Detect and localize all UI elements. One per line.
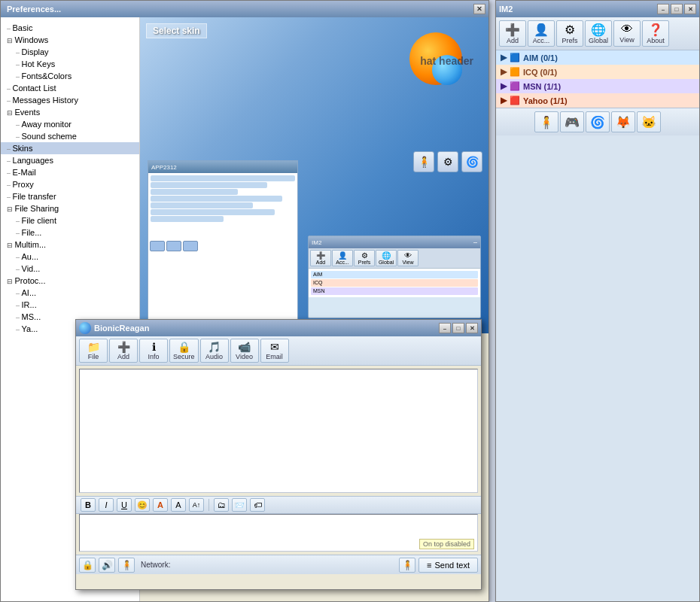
tree-item-fileclient[interactable]: File client bbox=[1, 214, 139, 227]
fmt-extra-btn-1[interactable]: 🗂 bbox=[214, 498, 229, 512]
chat-format-bar: B I U 😊 A A A↑ 🗂 📨 🏷 bbox=[76, 496, 481, 514]
prefs-icon: ⚙ bbox=[565, 23, 575, 37]
skin-sel-btn-person[interactable]: 🧍 bbox=[413, 151, 434, 172]
prefs-close-button[interactable]: ✕ bbox=[473, 4, 485, 14]
tree-item-filetransfer[interactable]: File transfer bbox=[1, 190, 139, 202]
chat-status-btn-1[interactable]: 🔒 bbox=[79, 558, 96, 573]
chat-message-area[interactable] bbox=[79, 369, 478, 493]
im2-maximize-button[interactable]: □ bbox=[671, 4, 683, 14]
tree-item-display[interactable]: Display bbox=[1, 46, 139, 58]
fmt-fontcolor-button[interactable]: A bbox=[153, 498, 168, 512]
skin-sel-btn-star[interactable]: ⚙ bbox=[437, 151, 458, 172]
chat-maximize-button[interactable]: □ bbox=[452, 323, 464, 333]
chat-input-field[interactable] bbox=[80, 515, 477, 551]
chat-logo-icon bbox=[79, 322, 91, 334]
tree-item-irc[interactable]: IR... bbox=[1, 299, 139, 311]
info-icon: ℹ bbox=[152, 341, 156, 353]
contact-group-msn[interactable]: ▶ 🟪 MSN (1/1) bbox=[496, 79, 699, 93]
tree-item-windows[interactable]: Windows bbox=[1, 34, 139, 46]
tree-item-fontscolors[interactable]: Fonts&Colors bbox=[1, 70, 139, 82]
chat-btn-file[interactable]: 📁 File bbox=[79, 339, 108, 363]
tree-item-awaymonitor[interactable]: Away monitor bbox=[1, 118, 139, 130]
im2-bottom-btn-3[interactable]: 🌀 bbox=[586, 111, 610, 132]
tree-item-languages[interactable]: Languages bbox=[1, 154, 139, 166]
aim-expand-icon: ▶ bbox=[501, 53, 507, 62]
view-label: View bbox=[619, 36, 634, 44]
send-icon: ≡ bbox=[427, 561, 431, 570]
icq-expand-icon: ▶ bbox=[501, 67, 507, 77]
chat-close-button[interactable]: ✕ bbox=[466, 323, 478, 333]
fmt-bold-button[interactable]: B bbox=[81, 498, 96, 512]
contact-group-yahoo[interactable]: ▶ 🟥 Yahoo (1/1) bbox=[496, 93, 699, 108]
chat-titlebar: BionicReagan – □ ✕ bbox=[76, 320, 481, 336]
im2-bottom-btn-5[interactable]: 🐱 bbox=[637, 111, 661, 132]
chat-btn-video[interactable]: 📹 Video bbox=[230, 339, 259, 363]
im2-btn-about[interactable]: ❓ About bbox=[642, 20, 669, 47]
im2-minimize-button[interactable]: – bbox=[657, 4, 669, 14]
fmt-underline-button[interactable]: U bbox=[117, 498, 132, 512]
im2-bottom-btn-4[interactable]: 🦊 bbox=[611, 111, 635, 132]
tree-item-hotkeys[interactable]: Hot Keys bbox=[1, 58, 139, 70]
skin-screenshot-preview: APP2312 bbox=[148, 160, 298, 326]
tree-item-events[interactable]: Events bbox=[1, 106, 139, 118]
chat-minimize-button[interactable]: – bbox=[439, 323, 451, 333]
chat-btn-email[interactable]: ✉ Email bbox=[260, 339, 289, 363]
icq-label: ICQ (0/1) bbox=[523, 68, 557, 77]
im2-btn-view[interactable]: 👁 View bbox=[613, 20, 641, 47]
tree-item-skins[interactable]: Skins bbox=[1, 142, 139, 154]
chat-network-label: Network: bbox=[138, 561, 396, 569]
tree-item-protocol[interactable]: Protoc... bbox=[1, 275, 139, 287]
tree-item-contactlist[interactable]: Contact List bbox=[1, 82, 139, 94]
tree-item-soundscheme[interactable]: Sound scheme bbox=[1, 130, 139, 142]
fmt-extra-btn-3[interactable]: 🏷 bbox=[250, 498, 265, 512]
skin-im2-btn-global: 🌐 Global bbox=[376, 250, 397, 266]
fmt-emoji-button[interactable]: 😊 bbox=[135, 498, 150, 512]
send-text-button[interactable]: ≡ Send text bbox=[418, 558, 478, 573]
file-icon: 📁 bbox=[87, 341, 100, 353]
im2-titlebar: IM2 – □ ✕ bbox=[496, 1, 699, 17]
chat-btn-add[interactable]: ➕ Add bbox=[109, 339, 138, 363]
tree-item-proxy[interactable]: Proxy bbox=[1, 178, 139, 190]
tree-item-audio[interactable]: Au... bbox=[1, 251, 139, 263]
im2-btn-acc[interactable]: 👤 Acc... bbox=[528, 20, 555, 47]
im2-btn-global[interactable]: 🌐 Global bbox=[585, 20, 612, 47]
im2-bottom-btn-1[interactable]: 🧍 bbox=[534, 111, 558, 132]
skin-contact-msn: MSN bbox=[311, 287, 478, 295]
skin-sel-btn-swirl[interactable]: 🌀 bbox=[461, 151, 482, 172]
fmt-extra-btn-2[interactable]: 📨 bbox=[232, 498, 247, 512]
chat-input-area[interactable]: On top disabled bbox=[79, 514, 478, 552]
chat-status-btn-3[interactable]: 🧍 bbox=[118, 558, 135, 573]
tree-item-multimedia[interactable]: Multim... bbox=[1, 239, 139, 251]
chat-btn-info[interactable]: ℹ Info bbox=[139, 339, 168, 363]
im2-btn-add[interactable]: ➕ Add bbox=[499, 20, 526, 47]
fmt-font-button[interactable]: A bbox=[171, 498, 186, 512]
skin-im2-preview: IM2 – ➕ Add 👤 Acc... ⚙ bbox=[308, 236, 481, 318]
tree-item-basic[interactable]: Basic bbox=[1, 22, 139, 34]
fmt-fontsize-button[interactable]: A↑ bbox=[189, 498, 204, 512]
chat-btn-audio[interactable]: 🎵 Audio bbox=[200, 339, 229, 363]
send-label: Send text bbox=[435, 561, 470, 570]
im2-btn-prefs[interactable]: ⚙ Prefs bbox=[556, 20, 583, 47]
tree-item-video[interactable]: Vid... bbox=[1, 263, 139, 275]
tree-item-email[interactable]: E-Mail bbox=[1, 166, 139, 178]
skin-ss-titlebar: APP2312 bbox=[148, 161, 297, 173]
im2-bottom-btn-2[interactable]: 🎮 bbox=[560, 111, 584, 132]
skin-im2-btn-view: 👁 View bbox=[397, 250, 418, 266]
tree-item-filesharing[interactable]: File Sharing bbox=[1, 202, 139, 214]
contact-group-aim[interactable]: ▶ 🟦 AIM (0/1) bbox=[496, 50, 699, 65]
im2-toolbar: ➕ Add 👤 Acc... ⚙ Prefs 🌐 Global 👁 View ❓… bbox=[496, 17, 699, 50]
aim-protocol-icon: 🟦 bbox=[510, 53, 520, 62]
chat-extra-status-btn[interactable]: 🧍 bbox=[399, 558, 415, 573]
contact-group-icq[interactable]: ▶ 🟧 ICQ (0/1) bbox=[496, 65, 699, 79]
im2-close-button[interactable]: ✕ bbox=[684, 4, 696, 14]
tree-item-aim[interactable]: AI... bbox=[1, 287, 139, 299]
icq-protocol-icon: 🟧 bbox=[510, 67, 520, 77]
chat-status-btn-2[interactable]: 🔊 bbox=[99, 558, 115, 573]
tree-item-file2[interactable]: File... bbox=[1, 227, 139, 239]
tree-item-messageshistory[interactable]: Messages History bbox=[1, 94, 139, 106]
fmt-italic-button[interactable]: I bbox=[99, 498, 114, 512]
chat-window: BionicReagan – □ ✕ 📁 File ➕ Add ℹ Info 🔒… bbox=[75, 319, 482, 590]
im2-contact-list: ▶ 🟦 AIM (0/1) ▶ 🟧 ICQ (0/1) ▶ 🟪 MSN (1/1… bbox=[496, 50, 699, 108]
network-label-text: Network: bbox=[141, 561, 170, 569]
chat-btn-secure[interactable]: 🔒 Secure bbox=[169, 339, 199, 363]
